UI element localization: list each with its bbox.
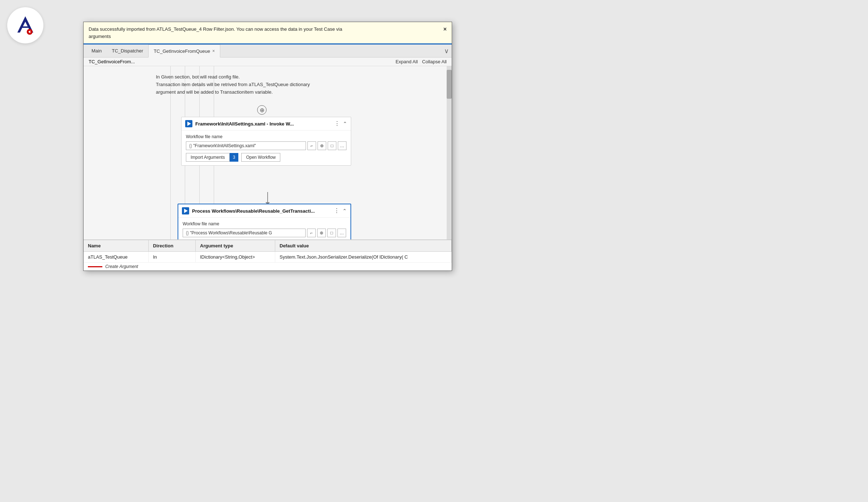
tab-main-label: Main [92,48,102,54]
card1-title: Framework\InitAllSettings.xaml - Invoke … [195,121,331,127]
tab-main[interactable]: Main [86,44,107,58]
header-direction: Direction [149,240,196,251]
open-workflow-button[interactable]: Open Workflow [241,153,280,162]
notification-bar: Data successfully imported from ATLAS_Te… [84,22,452,44]
play-icon [187,122,191,126]
table-header-row: Name Direction Argument type Default val… [84,240,452,252]
create-argument-indicator [88,266,102,267]
card2-field-value: "Process Workflows\Reusable\Reusable G [190,230,272,235]
import-arguments-button[interactable]: Import Arguments [186,153,230,162]
tab-bar: Main TC_Dispatcher TC_GetInvoiceFromQueu… [84,44,452,58]
card1-body: Workflow file name {} "Framework\InitAll… [182,131,351,165]
card1-action-buttons: Import Arguments 3 Open Workflow [186,153,346,162]
invoke-workflow-card-1: Framework\InitAllSettings.xaml - Invoke … [181,117,351,166]
notification-text: Data successfully imported from ATLAS_Te… [89,26,440,40]
comment-line1: In Given section, bot will read config f… [156,73,310,81]
card1-play-button[interactable] [185,120,192,127]
canvas-area: In Given section, bot will read config f… [84,66,452,240]
play-icon-2 [184,209,188,213]
add-icon: ⊕ [260,107,264,114]
card2-header: Process Workflows\Reusable\Reusable_GetT… [178,204,350,218]
expand-all-button[interactable]: Expand All [396,59,418,64]
card2-plus-field-button[interactable]: ⊕ [317,229,326,237]
notification-message2: arguments [89,34,111,39]
comment-block: In Given section, bot will read config f… [156,73,310,96]
create-argument-label: Create Argument [105,264,138,269]
card1-workflow-filename[interactable]: {} "Framework\InitAllSettings.xaml" [186,141,306,150]
card2-workflow-filename[interactable]: {} "Process Workflows\Reusable\Reusable … [183,229,306,237]
card2-play-button[interactable] [182,207,189,214]
collapse-all-button[interactable]: Collapse All [422,59,447,64]
cell-name: aTLAS_TestQueue [84,252,149,262]
card1-folder-button[interactable]: □ [328,141,336,150]
card2-more-button[interactable]: … [337,229,346,237]
table-row[interactable]: aTLAS_TestQueue In IDictionary<String,Ob… [84,252,452,263]
tab-tc-dispatcher[interactable]: TC_Dispatcher [107,44,148,58]
arguments-table: Name Direction Argument type Default val… [84,240,452,271]
notification-message: Data successfully imported from ATLAS_Te… [89,26,342,32]
arrow-connector-1 [265,192,270,205]
cell-direction: In [149,252,196,262]
tab-tc-dispatcher-label: TC_Dispatcher [112,48,143,54]
header-default-value: Default value [275,240,452,251]
breadcrumb-actions: Expand All Collapse All [396,59,447,64]
header-argument-type: Argument type [196,240,275,251]
card2-expand-field-button[interactable]: ⌐ [307,229,316,237]
tab-close-button[interactable]: × [212,48,215,54]
card2-menu-button[interactable]: ⋮ [334,208,340,214]
main-window: Data successfully imported from ATLAS_Te… [83,22,452,271]
scrollbar-thumb[interactable] [447,70,452,99]
card1-collapse-button[interactable]: ⌃ [343,121,347,127]
card1-expand-field-button[interactable]: ⌐ [307,141,316,150]
cell-argument-type: IDictionary<String,Object> [196,252,275,262]
arguments-count-badge[interactable]: 3 [230,153,239,162]
logo-icon [14,14,36,36]
card1-header: Framework\InitAllSettings.xaml - Invoke … [182,117,351,131]
card1-menu-button[interactable]: ⋮ [334,121,340,127]
notification-close-button[interactable]: × [443,25,447,34]
add-activity-button[interactable]: ⊕ [257,105,267,115]
card1-field-label: Workflow file name [186,134,346,139]
comment-line3: argument and will be added to Transactio… [156,89,310,96]
tab-tc-getinvoice-label: TC_GetInvoiceFromQueue [154,48,210,54]
card1-field-input-row: {} "Framework\InitAllSettings.xaml" ⌐ ⊕ … [186,141,346,150]
card2-field-label: Workflow file name [183,221,346,226]
card1-plus-field-button[interactable]: ⊕ [318,141,326,150]
card2-collapse-button[interactable]: ⌃ [342,208,347,214]
card2-field-input-row: {} "Process Workflows\Reusable\Reusable … [183,229,346,237]
connector-line [267,192,268,202]
card2-body: Workflow file name {} "Process Workflows… [178,218,350,240]
card2-title: Process Workflows\Reusable\Reusable_GetT… [192,208,331,214]
invoke-workflow-card-2: Process Workflows\Reusable\Reusable_GetT… [178,204,351,240]
tab-tc-getinvoice[interactable]: TC_GetInvoiceFromQueue × [148,44,220,58]
create-argument-row[interactable]: Create Argument [84,263,452,271]
breadcrumb-path: TC_GetInvoiceFrom... [89,59,135,64]
card2-folder-button[interactable]: □ [327,229,336,237]
app-logo [7,7,43,43]
cell-default-value: System.Text.Json.JsonSerializer.Deserial… [275,252,452,262]
canvas-scrollbar[interactable] [447,66,452,239]
breadcrumb-bar: TC_GetInvoiceFrom... Expand All Collapse… [84,58,452,66]
card1-field-value: "Framework\InitAllSettings.xaml" [193,143,256,148]
header-name: Name [84,240,149,251]
card1-more-button[interactable]: … [338,141,346,150]
tab-bar-chevron[interactable]: ∨ [444,47,449,55]
comment-line2: Transaction item details will be retrive… [156,81,310,89]
